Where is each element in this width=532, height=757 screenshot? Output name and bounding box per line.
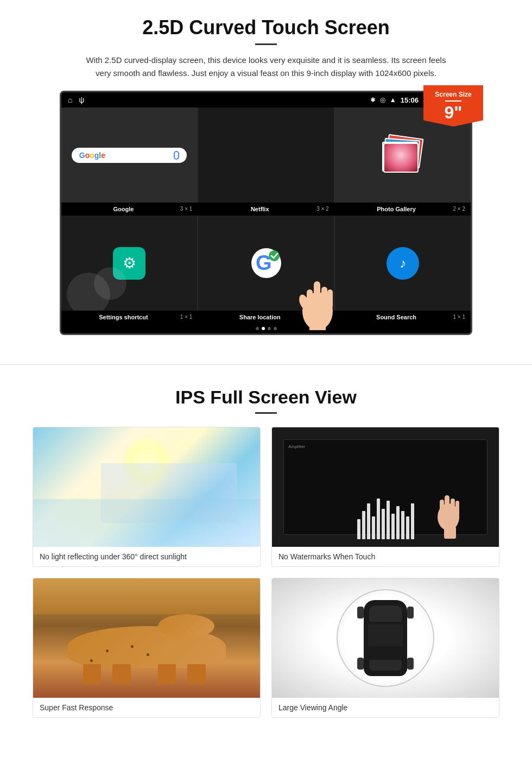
photo-stack [381, 134, 425, 177]
label-netflix-size: 3 × 2 [316, 206, 329, 212]
feature-label-cheetah: Super Fast Response [33, 698, 260, 717]
car-top-view [337, 589, 434, 687]
app-grid-row1: Google [61, 108, 471, 203]
cheetah-image [33, 578, 260, 698]
label-google: Google 3 × 1 [61, 203, 198, 216]
home-icon: ⌂ [68, 96, 72, 104]
amp-bar-9 [396, 506, 400, 540]
label-sound: Sound Search 1 × 1 [334, 311, 471, 324]
app-cell-netflix[interactable]: NETFLIX Continue Marvel's Daredevil [198, 108, 334, 203]
svg-rect-13 [440, 500, 444, 517]
photo-stack-base [382, 142, 417, 172]
dot-2 [262, 327, 265, 330]
app-labels-row1: Google 3 × 1 Netflix 3 × 2 Photo Gallery… [61, 203, 471, 216]
car-image [272, 578, 499, 698]
amp-hand-overlay [432, 484, 465, 541]
label-photo: Photo Gallery 2 × 2 [334, 203, 471, 216]
feature-card-watermarks: Amplifier [271, 427, 499, 567]
bluetooth-icon: ✱ [370, 96, 376, 104]
section-ips: IPS Full Screen View No light reflecting… [0, 381, 532, 734]
google-g-icon: G [251, 248, 281, 278]
device-mockup: Screen Size 9" ⌂ ψ ✱ ◎ ▲ 15:06 📷 🔊 ☒ [60, 91, 472, 335]
svg-rect-12 [451, 499, 455, 518]
label-sound-name: Sound Search [376, 314, 416, 320]
label-sound-size: 1 × 1 [453, 314, 465, 320]
amp-bar-1 [357, 519, 360, 540]
status-bar: ⌂ ψ ✱ ◎ ▲ 15:06 📷 🔊 ☒ ▭ [61, 92, 471, 108]
amp-bar-2 [362, 511, 365, 539]
bg-circle-2 [94, 267, 126, 300]
amp-bar-12 [411, 503, 414, 539]
section1-description: With 2.5D curved-display screen, this de… [81, 54, 451, 80]
flower-image [383, 143, 419, 173]
section1-title: 2.5D Curved Touch Screen [33, 16, 499, 39]
location-icon: ◎ [380, 96, 385, 104]
amplifier-image: Amplifier [272, 427, 499, 547]
feature-card-sunlight: No light reflecting under 360° direct su… [33, 427, 261, 567]
label-netflix: Netflix 3 × 2 [198, 203, 334, 216]
amp-bar-6 [382, 509, 385, 540]
amp-bar-8 [391, 514, 395, 539]
amp-bar-11 [406, 516, 409, 540]
screen-size-badge: Screen Size 9" [423, 85, 483, 127]
sunlight-image [33, 427, 260, 547]
svg-point-2 [269, 250, 280, 261]
dot-3 [268, 327, 271, 330]
label-share: Share location 1 × 1 [198, 311, 334, 324]
section2-divider [255, 412, 277, 414]
label-netflix-name: Netflix [251, 206, 269, 212]
status-bar-left: ⌂ ψ [68, 96, 84, 104]
section2-title: IPS Full Screen View [33, 387, 499, 408]
wifi-icon: ▲ [390, 96, 396, 104]
feature-label-watermarks: No Watermarks When Touch [272, 547, 499, 566]
feature-label-car: Large Viewing Angle [272, 698, 499, 717]
feature-grid: No light reflecting under 360° direct su… [33, 427, 499, 718]
amp-bar-3 [367, 503, 370, 539]
amp-bar-5 [377, 499, 380, 540]
feature-label-sunlight: No light reflecting under 360° direct su… [33, 547, 260, 566]
label-settings-size: 1 × 1 [180, 314, 193, 320]
mic-icon [174, 151, 179, 160]
page-divider [0, 364, 532, 365]
svg-rect-11 [445, 495, 449, 518]
badge-label: Screen Size [432, 91, 474, 98]
label-google-name: Google [113, 206, 134, 212]
google-logo: Google [79, 151, 105, 160]
feature-card-car: Large Viewing Angle [271, 578, 499, 718]
badge-line [445, 100, 461, 102]
feature-card-cheetah: Super Fast Response [33, 578, 261, 718]
label-google-size: 3 × 1 [180, 206, 193, 212]
amp-bar-4 [372, 516, 375, 540]
badge-size: 9" [445, 103, 463, 122]
label-settings: Settings shortcut 1 × 1 [61, 311, 198, 324]
usb-icon: ψ [79, 96, 84, 104]
label-photo-name: Photo Gallery [377, 206, 416, 212]
app-labels-row2: Settings shortcut 1 × 1 Share location 1… [61, 311, 471, 324]
svg-rect-15 [444, 527, 456, 539]
app-grid-row2: ⚙ [61, 216, 471, 311]
section-curved-screen: 2.5D Curved Touch Screen With 2.5D curve… [0, 0, 532, 348]
label-share-size: 1 × 1 [316, 314, 329, 320]
sound-search-icon: ♪ [387, 247, 419, 280]
label-photo-size: 2 × 2 [453, 206, 465, 212]
app-cell-sound-search[interactable]: ♪ [335, 216, 471, 311]
label-share-name: Share location [239, 314, 281, 320]
app-cell-share-location[interactable]: G [198, 216, 334, 311]
app-cell-settings[interactable]: ⚙ [61, 216, 197, 311]
svg-rect-14 [455, 501, 459, 516]
label-settings-name: Settings shortcut [99, 314, 148, 320]
page-indicators [61, 324, 471, 333]
status-time: 15:06 [401, 96, 419, 104]
music-note-icon: ♪ [400, 256, 406, 271]
gear-icon: ⚙ [123, 254, 136, 272]
app-cell-google[interactable]: Google [61, 108, 197, 203]
dot-1 [256, 327, 259, 330]
amp-bar-10 [401, 511, 404, 539]
dot-4 [274, 327, 277, 330]
google-search-bar[interactable]: Google [72, 148, 187, 163]
device-screen: ⌂ ψ ✱ ◎ ▲ 15:06 📷 🔊 ☒ ▭ [60, 91, 472, 335]
section1-divider [255, 43, 277, 45]
amp-bar-7 [387, 501, 390, 539]
